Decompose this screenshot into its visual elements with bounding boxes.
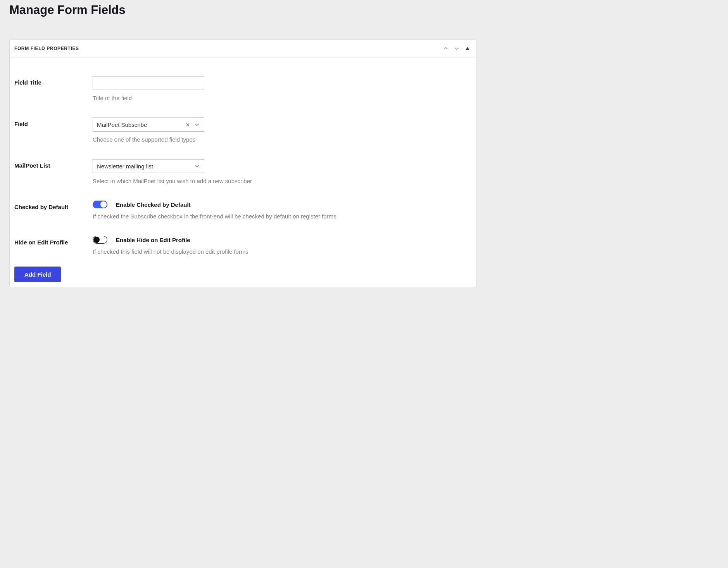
row-checked-default: Checked by Default Enable Checked by Def… <box>14 201 472 220</box>
row-mailpoet-list: MailPoet List Newsletter mailing list Se… <box>14 159 472 184</box>
panel-header: FORM FIELD PROPERTIES <box>10 40 476 57</box>
field-type-value: MailPoet Subscribe <box>97 121 186 128</box>
field-type-combobox[interactable]: MailPoet Subscribe <box>93 118 204 132</box>
hide-profile-toggle[interactable] <box>93 236 107 244</box>
panel-header-controls <box>442 45 471 52</box>
row-field-type: Field MailPoet Subscribe Choose one of t… <box>14 118 472 143</box>
mailpoet-list-help: Select in which MailPoet list you wish t… <box>93 178 472 184</box>
field-type-help: Choose one of the supported field types <box>93 136 472 143</box>
hide-profile-help: If checked this field will not be displa… <box>93 248 472 255</box>
checked-default-toggle[interactable] <box>93 201 107 208</box>
mailpoet-list-control: Newsletter mailing list Select in which … <box>93 159 472 184</box>
chevron-down-icon[interactable] <box>194 121 200 128</box>
checked-default-label: Checked by Default <box>14 201 93 210</box>
add-field-button[interactable]: Add Field <box>14 267 61 282</box>
hide-profile-toggle-label: Enable Hide on Edit Profile <box>116 237 190 243</box>
row-field-title: Field Title Title of the field <box>14 76 472 101</box>
hide-profile-control: Enable Hide on Edit Profile If checked t… <box>93 236 472 255</box>
panel-body: Field Title Title of the field Field Mai… <box>10 57 476 287</box>
row-hide-profile: Hide on Edit Profile Enable Hide on Edit… <box>14 236 472 255</box>
field-type-label: Field <box>14 118 93 127</box>
field-title-label: Field Title <box>14 76 93 86</box>
collapse-triangle-icon[interactable] <box>464 45 471 52</box>
panel-title: FORM FIELD PROPERTIES <box>14 46 79 51</box>
hide-profile-label: Hide on Edit Profile <box>14 236 93 246</box>
toggle-knob <box>100 201 107 208</box>
form-field-properties-panel: FORM FIELD PROPERTIES Field Title Title … <box>9 40 477 287</box>
chevron-up-icon[interactable] <box>442 45 449 52</box>
mailpoet-list-select[interactable]: Newsletter mailing list <box>93 159 204 173</box>
checked-default-control: Enable Checked by Default If checked the… <box>93 201 472 220</box>
field-title-help: Title of the field <box>93 95 472 101</box>
field-title-input[interactable] <box>93 76 204 90</box>
mailpoet-list-label: MailPoet List <box>14 159 93 169</box>
checked-default-help: If checked the Subscribe checkbox in the… <box>93 213 472 220</box>
field-title-control: Title of the field <box>93 76 472 101</box>
checked-default-toggle-label: Enable Checked by Default <box>116 201 191 208</box>
clear-icon[interactable] <box>186 123 190 127</box>
chevron-down-icon[interactable] <box>453 45 460 52</box>
svg-marker-0 <box>466 47 469 50</box>
page-title: Manage Form Fields <box>0 0 486 17</box>
field-type-control: MailPoet Subscribe Choose one of the sup… <box>93 118 472 143</box>
toggle-knob <box>93 237 100 243</box>
